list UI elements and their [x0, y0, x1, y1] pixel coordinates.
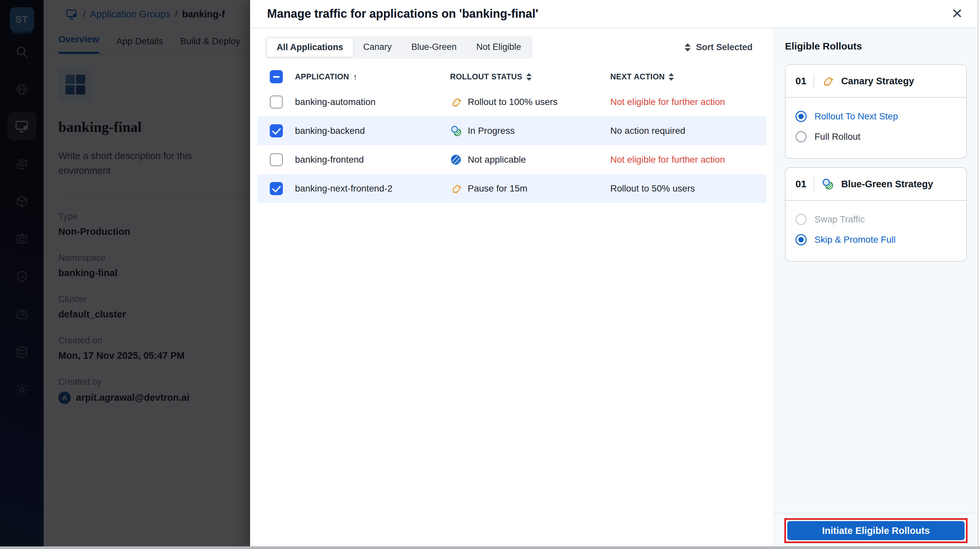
table-row[interactable]: banking-next-frontend-2 Pause for 15m Ro…	[257, 174, 766, 203]
row-checkbox[interactable]	[270, 182, 283, 195]
table-row[interactable]: banking-backend In Progress No action re…	[257, 117, 766, 145]
table-header-row: APPLICATION ↑ ROLLOUT STATUS NEXT ACTION	[250, 66, 773, 88]
column-application[interactable]: APPLICATION ↑	[283, 72, 438, 82]
option-swap-traffic: Swap Traffic	[795, 209, 956, 230]
rollout-status: Rollout to 100% users	[438, 96, 598, 108]
radio-icon[interactable]	[795, 111, 807, 122]
next-action: Not eligible for further action	[598, 155, 766, 165]
sort-asc-icon: ↑	[353, 72, 357, 82]
divider	[813, 177, 814, 191]
application-name: banking-backend	[283, 126, 438, 136]
strategy-index: 01	[795, 179, 806, 190]
option-full-rollout[interactable]: Full Rollout	[795, 127, 956, 147]
modal-backdrop[interactable]	[0, 0, 250, 549]
filter-tab-canary[interactable]: Canary	[353, 38, 401, 57]
canary-strategy-card: 01 Canary Strategy Rollout To Next Step …	[785, 64, 967, 159]
strategy-card-header: 01 Blue-Green Strategy	[786, 168, 966, 200]
scrollbar-track[interactable]	[978, 0, 980, 549]
eligible-rollouts-heading: Eligible Rollouts	[785, 41, 967, 52]
radio-icon	[795, 214, 807, 225]
blue-green-icon	[821, 178, 834, 190]
application-name: banking-next-frontend-2	[283, 184, 438, 194]
strategy-name: Canary Strategy	[841, 76, 914, 86]
sort-icon	[527, 73, 531, 81]
eligible-rollouts-panel: Eligible Rollouts 01 Canary Strategy Rol…	[773, 28, 978, 549]
initiate-eligible-rollouts-button[interactable]: Initiate Eligible Rollouts	[787, 521, 965, 540]
strategy-index: 01	[795, 75, 806, 86]
filter-tab-not-eligible[interactable]: Not Eligible	[466, 38, 531, 57]
column-next-action[interactable]: NEXT ACTION	[598, 72, 773, 81]
sort-selected-label: Sort Selected	[696, 42, 752, 53]
window-bottom-edge	[0, 546, 980, 549]
canary-icon	[450, 183, 462, 195]
application-name: banking-frontend	[283, 155, 438, 165]
next-action: Not eligible for further action	[598, 97, 766, 107]
rollout-status: Pause for 15m	[438, 183, 598, 195]
next-action: No action required	[598, 126, 766, 136]
canary-icon	[821, 75, 834, 87]
radio-icon[interactable]	[795, 131, 807, 142]
panel-footer: Initiate Eligible Rollouts	[774, 513, 978, 546]
row-checkbox[interactable]	[270, 124, 283, 137]
close-icon[interactable]: ✕	[950, 7, 965, 21]
table-row[interactable]: banking-automation Rollout to 100% users…	[257, 88, 766, 117]
table-row[interactable]: banking-frontend Not applicable Not elig…	[257, 145, 766, 174]
canary-icon	[450, 96, 462, 108]
radio-icon[interactable]	[795, 234, 807, 245]
sort-icon	[669, 73, 674, 81]
filter-tab-blue-green[interactable]: Blue-Green	[401, 38, 466, 57]
divider	[813, 74, 814, 88]
drawer-header: Manage traffic for applications on 'bank…	[250, 0, 980, 28]
strategy-card-header: 01 Canary Strategy	[786, 65, 966, 97]
rollout-status: In Progress	[438, 125, 598, 137]
select-all-checkbox[interactable]	[270, 70, 283, 83]
filter-tab-all-applications[interactable]: All Applications	[266, 38, 353, 57]
blue-green-strategy-card: 01 Blue-Green Strategy Swap Traffic Skip…	[785, 167, 967, 262]
applications-section: All Applications Canary Blue-Green Not E…	[250, 28, 773, 549]
not-applicable-icon	[450, 154, 462, 166]
applications-toolbar: All Applications Canary Blue-Green Not E…	[250, 28, 773, 66]
next-action: Rollout to 50% users	[598, 184, 766, 194]
option-rollout-to-next-step[interactable]: Rollout To Next Step	[795, 106, 956, 127]
application-name: banking-automation	[283, 97, 438, 107]
manage-traffic-drawer: Manage traffic for applications on 'bank…	[250, 0, 980, 549]
rollout-status: Not applicable	[438, 154, 598, 166]
blue-green-icon	[450, 125, 462, 137]
sort-icon	[685, 43, 690, 51]
row-checkbox[interactable]	[270, 96, 283, 109]
annotation-highlight-box: Initiate Eligible Rollouts	[784, 518, 967, 543]
column-rollout-status[interactable]: ROLLOUT STATUS	[438, 72, 598, 81]
strategy-name: Blue-Green Strategy	[841, 179, 933, 190]
row-checkbox[interactable]	[270, 153, 283, 166]
option-skip-promote-full[interactable]: Skip & Promote Full	[795, 230, 956, 250]
filter-tab-group: All Applications Canary Blue-Green Not E…	[265, 36, 533, 59]
drawer-title: Manage traffic for applications on 'bank…	[267, 7, 538, 21]
sort-selected-button[interactable]: Sort Selected	[685, 42, 752, 53]
